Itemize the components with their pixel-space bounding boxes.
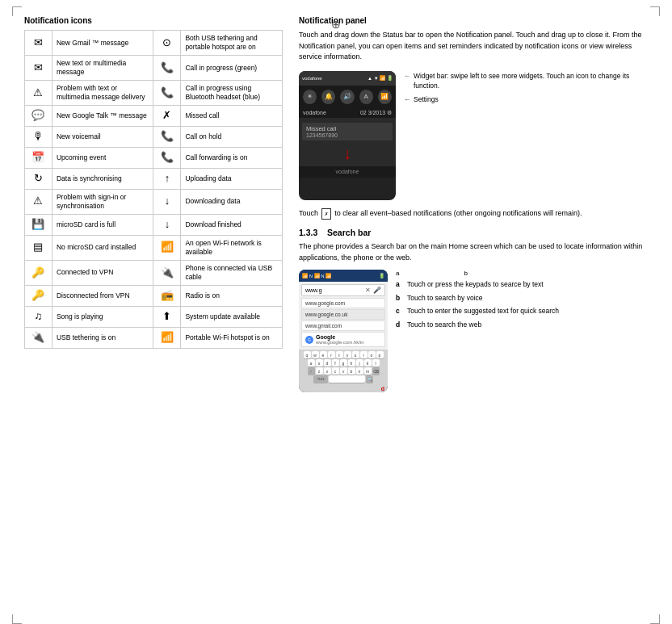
status-icons: ▲ ▼ 📶 🔋 — [368, 75, 393, 81]
key-z[interactable]: z — [316, 367, 323, 375]
key-e[interactable]: e — [320, 351, 327, 358]
google-result-row[interactable]: G Google www.google.com.hk/in — [301, 332, 385, 347]
missed-call-icon: ✗ — [153, 106, 181, 127]
wifi-btn[interactable]: 📶 — [378, 90, 392, 104]
key-123[interactable]: ?123 — [313, 375, 328, 383]
search-area: 📶 N 📶 N 📶 🔋 www.g ✕ 🎤 — [299, 270, 648, 392]
key-x[interactable]: x — [324, 367, 331, 375]
key-f[interactable]: f — [332, 359, 339, 366]
label-cell: Disconnected from VPN — [52, 286, 153, 307]
key-space[interactable] — [329, 375, 365, 383]
search-notes: a Touch or press the keypads to searce b… — [396, 279, 559, 330]
key-b[interactable]: b — [348, 367, 355, 375]
key-p[interactable]: p — [376, 351, 384, 358]
key-backspace[interactable]: ⌫ — [372, 367, 380, 375]
key-t[interactable]: t — [336, 351, 343, 358]
google-icon: G — [305, 336, 313, 344]
phone-mockup: vodafone ▲ ▼ 📶 🔋 ☀ 🔔 🔊 A 📶 — [299, 71, 396, 200]
label-cell: No microSD card installed — [52, 235, 153, 260]
label-a-text: a — [396, 270, 399, 277]
key-q[interactable]: q — [304, 351, 311, 358]
voicemail-icon: 🎙 — [25, 127, 52, 148]
label-cell: Missed call — [181, 106, 283, 127]
key-shift[interactable]: ↑ — [308, 367, 315, 375]
key-l[interactable]: l — [372, 359, 380, 366]
notif-icons-title: Notification icons — [24, 16, 283, 25]
mms-icon: ✉ — [25, 56, 52, 81]
corner-tr — [650, 6, 660, 16]
search-desc: The phone provides a Search bar on the m… — [299, 241, 648, 263]
settings-row: ← Settings — [404, 94, 648, 106]
label-cell: Call in progress using Bluetooth headset… — [181, 81, 283, 106]
usb-icon: 🔌 — [153, 260, 181, 285]
keyboard-row-1: q w e r t y u i o p — [300, 351, 386, 358]
search-action-icons: ✕ 🎤 — [365, 287, 381, 294]
note-d-letter: d — [396, 320, 404, 331]
key-s[interactable]: s — [316, 359, 323, 366]
key-v[interactable]: v — [340, 367, 347, 375]
key-u[interactable]: u — [352, 351, 359, 358]
call-green-icon: 📞 — [153, 56, 181, 81]
clear-icon[interactable]: ✕ — [365, 287, 371, 294]
notification-btn[interactable]: 🔔 — [321, 90, 335, 104]
label-cell: microSD card is full — [52, 214, 153, 235]
key-d[interactable]: d — [324, 359, 331, 366]
key-y[interactable]: y — [344, 351, 351, 358]
key-h[interactable]: h — [348, 359, 355, 366]
center-crosshair: ⊕ — [331, 18, 341, 31]
carrier-label: vodafone — [302, 76, 322, 81]
key-w[interactable]: w — [312, 351, 319, 358]
label-cell: Data is synchronising — [52, 168, 153, 189]
keyboard-mockup: q w e r t y u i o p a — [299, 350, 388, 385]
wifi-open-icon: 📶 — [153, 235, 181, 260]
system-update-icon: ⬆ — [153, 306, 181, 327]
phone-mockup-wrapper: vodafone ▲ ▼ 📶 🔋 ☀ 🔔 🔊 A 📶 — [299, 71, 396, 200]
keyboard-row-4: ?123 🔍 — [300, 375, 386, 383]
no-sd-icon: ▤ — [25, 235, 52, 260]
label-cell: Problem with sign-in or synchronisation — [52, 189, 153, 214]
key-g[interactable]: g — [340, 359, 347, 366]
download-done-icon: ↓ — [153, 214, 181, 235]
key-m[interactable]: m — [364, 367, 372, 375]
mic-icon[interactable]: 🎤 — [373, 287, 381, 294]
upload-icon: ↑ — [153, 168, 181, 189]
phone-date-row: vodafone 02 3/2013 ⚙ — [299, 108, 396, 118]
sd-full-icon: 💾 — [25, 214, 52, 235]
brightness-btn[interactable]: ☀ — [303, 90, 317, 104]
key-i[interactable]: i — [360, 351, 368, 358]
arrow-indicator: ← — [404, 71, 411, 82]
google-info: Google www.google.com.hk/in — [316, 334, 364, 345]
table-row: 📅 Upcoming event 📞 Call forwarding is on — [25, 148, 283, 169]
label-cell: New text or multimedia message — [52, 56, 153, 81]
search-input-box[interactable]: www.g ✕ 🎤 — [301, 284, 385, 296]
key-o[interactable]: o — [368, 351, 376, 358]
widget-bar-text: Widget bar: swipe left to see more widge… — [414, 71, 648, 92]
corner-br — [650, 614, 660, 624]
label-cell: Call forwarding is on — [181, 148, 283, 169]
suggestion-3[interactable]: www.gmail.com — [301, 320, 385, 331]
key-k[interactable]: k — [364, 359, 372, 366]
key-j[interactable]: j — [356, 359, 363, 366]
key-a[interactable]: a — [308, 359, 315, 366]
key-search[interactable]: 🔍 — [366, 375, 373, 383]
phone-status-bar: vodafone ▲ ▼ 📶 🔋 — [299, 71, 396, 86]
key-c[interactable]: c — [332, 367, 339, 375]
suggestion-2[interactable]: www.google.co.uk — [301, 309, 385, 320]
auto-btn[interactable]: A — [359, 90, 373, 104]
label-cell: USB tethering is on — [52, 327, 153, 348]
search-status-right: 🔋 — [379, 273, 384, 278]
label-cell: Call on hold — [181, 127, 283, 148]
label-cell: Call in progress (green) — [181, 56, 283, 81]
label-cell: New Gmail ™ message — [52, 31, 153, 56]
key-n[interactable]: n — [356, 367, 363, 375]
sound-btn[interactable]: 🔊 — [340, 90, 354, 104]
label-cell: System update available — [181, 306, 283, 327]
drag-arrow: ↓ — [302, 144, 393, 163]
sync-icon: ↻ — [25, 168, 52, 189]
mms-error-icon: ⚠ — [25, 81, 52, 106]
touch-clear-text: to clear all event–based notifications (… — [334, 208, 582, 220]
suggestion-1[interactable]: www.google.com — [301, 298, 385, 308]
note-c: c Touch to enter the suggested text for … — [396, 306, 559, 317]
key-r[interactable]: r — [328, 351, 335, 358]
wifi-hotspot-icon: 📶 — [153, 327, 181, 348]
